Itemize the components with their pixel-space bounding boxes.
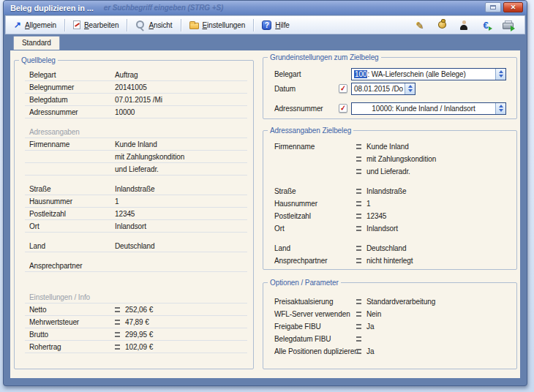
euro-refresh-icon[interactable]: € <box>479 19 492 31</box>
dialog-content: Quellbeleg Belegart Auftrag Belegnummer … <box>10 50 520 378</box>
equals-icon <box>115 307 120 312</box>
group-title-optionen-parameter: Optionen / Parameter <box>268 279 341 287</box>
equals-icon <box>356 157 361 162</box>
check-icon: ✓ <box>339 105 346 113</box>
field-row-alle-positionen: Alle Positionen duplizieren Ja <box>274 345 516 358</box>
menu-bearbeiten[interactable]: Bearbeiten <box>68 19 124 31</box>
field-value: 299,95 € <box>125 331 153 339</box>
menu-einstellungen[interactable]: Einstellungen <box>184 19 251 31</box>
field-value: 1 <box>366 200 370 208</box>
field-row-firmenname: Firmenname Kunde Inland <box>274 140 516 153</box>
field-row-ansprechpartner: Ansprechpartner nicht hinterlegt <box>274 255 516 267</box>
menu-label-einstellungen: Einstellungen <box>203 21 246 29</box>
menu-toolbar: ↗ Allgemein Bearbeiten Ansicht Einstellu… <box>5 15 525 34</box>
optionen-rows: Preisaktualsierung Standardverarbeitung … <box>263 287 516 358</box>
field-row-firmenname: Firmenname Kunde Inland <box>25 138 247 151</box>
print-export-icon[interactable] <box>501 19 514 31</box>
magnifier-icon <box>135 20 145 30</box>
field-label: Belegdatum FIBU <box>274 335 356 343</box>
menu-label-allgemein: Allgemein <box>25 21 56 29</box>
field-row-adressnummer: Adressnummer 10000 <box>25 106 247 118</box>
field-value: Deutschland <box>366 244 407 252</box>
adressnummer-spinner-button[interactable] <box>495 103 505 114</box>
close-icon: ✕ <box>511 4 516 11</box>
adressnummer-checkbox[interactable]: ✓ <box>339 104 347 113</box>
field-label: Adressnummer <box>274 105 339 113</box>
field-value: 10000 <box>115 108 135 116</box>
combobox-text: : WA-Lieferschein (alle Belege) <box>367 70 465 78</box>
close-button[interactable]: ✕ <box>503 2 523 12</box>
field-label: Ansprechpartner <box>274 257 356 265</box>
datum-checkbox[interactable]: ✓ <box>339 84 347 93</box>
field-value: Inlandsort <box>366 225 398 233</box>
belegart-spinner-button[interactable] <box>495 69 505 80</box>
field-row-land: Land Deutschland <box>274 242 516 255</box>
equals-icon <box>115 320 120 325</box>
group-grundeinstellungen: Grundeinstellungen zum Zielbeleg Belegar… <box>263 53 517 119</box>
sign-hand-pen-icon[interactable]: ✎ <box>413 19 426 31</box>
field-value: 1 <box>115 197 119 206</box>
tab-label: Standard <box>22 39 51 47</box>
person-icon[interactable] <box>457 19 470 31</box>
field-label: Firmenname <box>29 140 115 148</box>
datum-value: 08.01.2015 /Do <box>354 85 403 93</box>
field-row-ort: Ort Inlandsort <box>25 220 247 233</box>
window-controls: ✕ <box>485 2 523 12</box>
field-label: Firmenname <box>274 143 356 151</box>
spin-up-icon <box>499 70 503 73</box>
field-value: Inlandsort <box>115 222 146 230</box>
field-row-hausnummer: Hausnummer 1 <box>274 197 516 210</box>
restore-button[interactable] <box>485 2 501 12</box>
menu-allgemein[interactable]: ↗ Allgemein <box>9 18 61 31</box>
field-row-land: Land Deutschland <box>25 240 247 252</box>
menu-hilfe[interactable]: ? Hilfe <box>257 19 295 31</box>
person-shape <box>459 20 468 30</box>
field-value: mit Zahlungskondition <box>115 153 184 161</box>
field-value: Ja <box>366 347 374 355</box>
adressnummer-field[interactable]: 10000: Kunde Inland / Inlandsort <box>351 102 506 115</box>
field-label: Hausnummer <box>29 197 115 206</box>
money-bag-shape <box>438 21 446 29</box>
spin-up-icon <box>408 85 413 88</box>
combobox-selected-text: 100 <box>354 70 367 78</box>
field-row-postleitzahl: Postleitzahl 12345 <box>25 208 247 220</box>
datum-spinner-button[interactable] <box>405 83 415 94</box>
equals-icon <box>356 312 361 317</box>
control-row-adressnummer: Adressnummer ✓ 10000: Kunde Inland / Inl… <box>274 102 509 115</box>
adressangaben-rows: Firmenname Kunde Inland mit Zahlungskond… <box>263 135 516 267</box>
field-value: Ja <box>366 323 374 331</box>
field-label: Netto <box>29 306 115 314</box>
datum-field[interactable]: 08.01.2015 /Do <box>351 83 415 95</box>
field-value: Auftrag <box>115 71 138 79</box>
field-row-belegart: Belegart Auftrag <box>25 69 247 81</box>
field-label: Postleitzahl <box>274 212 356 220</box>
tab-standard[interactable]: Standard <box>13 36 60 50</box>
background-search-hint: er Suchbegriff eingeben (STRG +S) <box>104 4 224 12</box>
field-row-firmenname-2: mit Zahlungskondition <box>274 153 516 165</box>
menu-ansicht[interactable]: Ansicht <box>130 19 177 31</box>
field-row-preisaktualsierung: Preisaktualsierung Standardverarbeitung <box>274 295 516 308</box>
section-label-adressangaben: Adressangaben <box>25 126 247 138</box>
field-row-rohertrag: Rohertrag 102,09 € <box>25 341 247 353</box>
field-value: Kunde Inland <box>115 140 157 148</box>
field-row-firmenname-3: und Lieferadr. <box>274 165 516 178</box>
field-label: Freigabe FIBU <box>274 323 356 331</box>
field-row-postleitzahl: Postleitzahl 12345 <box>274 210 516 222</box>
field-label: Datum <box>274 85 339 93</box>
adressnummer-value: 10000: Kunde Inland / Inlandsort <box>352 105 495 113</box>
group-adressangaben-zielbeleg: Adressangaben Zielbeleg Firmenname Kunde… <box>263 127 517 270</box>
field-label: Rohertrag <box>29 343 115 351</box>
title-bar[interactable]: Beleg duplizieren in ... er Suchbegriff … <box>4 1 527 15</box>
dialog-beleg-duplizieren: Beleg duplizieren in ... er Suchbegriff … <box>3 0 527 386</box>
field-value: Inlandstraße <box>115 185 154 193</box>
money-bag-icon[interactable] <box>435 19 448 31</box>
equals-icon <box>356 299 361 304</box>
pencil-glyph: ✎ <box>416 20 424 31</box>
quellbeleg-rows: Belegart Auftrag Belegnummer 20141005 Be… <box>15 64 253 353</box>
field-row-belegdatum: Belegdatum 07.01.2015 /Mi <box>25 94 247 106</box>
toolbar-separator <box>127 19 127 31</box>
field-value: Kunde Inland <box>366 143 409 151</box>
field-row-belegdatum-fibu: Belegdatum FIBU <box>274 333 516 345</box>
belegart-combobox[interactable]: 100 : WA-Lieferschein (alle Belege) <box>351 68 506 80</box>
field-value: 102,09 € <box>125 343 153 351</box>
